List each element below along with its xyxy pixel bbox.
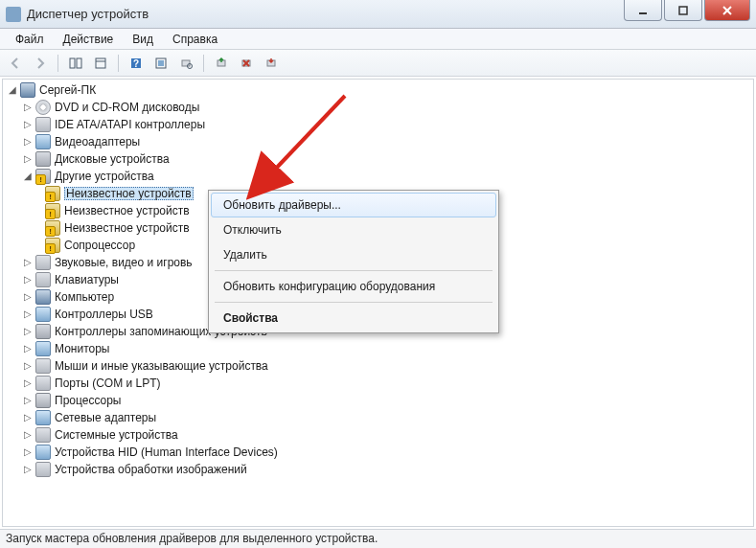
tree-item-label: Видеоадаптеры <box>55 136 140 148</box>
tree-item-hid[interactable]: ▷ Устройства HID (Human Interface Device… <box>7 444 749 461</box>
expand-icon[interactable]: ▷ <box>22 153 34 165</box>
expand-icon[interactable]: ▷ <box>22 274 34 285</box>
svg-rect-5 <box>77 58 81 68</box>
expand-icon[interactable]: ▷ <box>22 102 34 113</box>
keyboard-icon <box>35 272 51 287</box>
disable-button[interactable] <box>260 53 283 74</box>
tree-item-ide[interactable]: ▷ IDE ATA/ATAPI контроллеры <box>7 116 749 133</box>
network-adapter-icon <box>35 410 51 425</box>
menu-file[interactable]: Файл <box>6 31 54 48</box>
tree-item-dvd[interactable]: ▷ DVD и CD-ROM дисководы <box>7 99 749 116</box>
close-button[interactable] <box>704 0 750 21</box>
help-button[interactable]: ? <box>125 53 148 74</box>
scan-button[interactable] <box>149 53 172 74</box>
expand-icon[interactable]: ▷ <box>22 119 34 130</box>
disc-icon <box>35 100 51 115</box>
collapse-icon[interactable]: ◢ <box>22 171 34 182</box>
hid-icon <box>35 445 51 460</box>
statusbar: Запуск мастера обновления драйверов для … <box>0 529 756 548</box>
tree-item-imaging[interactable]: ▷ Устройства обработки изображений <box>7 461 749 478</box>
tree-item-label: Клавиатуры <box>55 274 119 285</box>
toolbar-separator <box>203 55 204 72</box>
uninstall-button[interactable] <box>235 53 258 74</box>
system-device-icon <box>35 427 51 443</box>
menu-view[interactable]: Вид <box>123 31 163 48</box>
ports-icon <box>35 376 51 391</box>
expand-icon[interactable]: ▷ <box>22 257 34 268</box>
expand-icon[interactable]: ▷ <box>22 429 34 441</box>
expand-icon[interactable]: ▷ <box>22 136 34 148</box>
show-hide-tree-button[interactable] <box>64 53 87 74</box>
tree-item-label: DVD и CD-ROM дисководы <box>55 102 199 113</box>
context-delete[interactable]: Удалить <box>211 242 496 267</box>
expand-icon[interactable]: ▷ <box>22 343 34 354</box>
collapse-icon[interactable]: ◢ <box>7 84 18 96</box>
expand-icon[interactable]: ▷ <box>22 360 34 372</box>
menu-action[interactable]: Действие <box>54 31 124 48</box>
display-adapter-icon <box>35 134 51 149</box>
forward-button[interactable] <box>29 53 52 74</box>
tree-item-label: Неизвестное устройств <box>64 205 190 217</box>
svg-rect-11 <box>158 60 164 66</box>
tree-item-network[interactable]: ▷ Сетевые адаптеры <box>7 409 749 426</box>
context-update-drivers[interactable]: Обновить драйверы... <box>211 193 496 217</box>
computer-icon <box>35 289 51 305</box>
tree-item-ports[interactable]: ▷ Порты (COM и LPT) <box>7 375 749 392</box>
tree-item-other[interactable]: ◢ Другие устройства <box>7 168 749 185</box>
back-button[interactable] <box>4 53 27 74</box>
tree-item-disk[interactable]: ▷ Дисковые устройства <box>7 150 749 168</box>
app-icon <box>6 7 21 22</box>
expand-icon[interactable]: ▷ <box>22 377 34 389</box>
window-title: Диспетчер устройств <box>27 7 149 21</box>
expand-icon[interactable]: ▷ <box>22 464 34 475</box>
tree-item-label: Другие устройства <box>55 171 154 182</box>
tree-item-monitors[interactable]: ▷ Мониторы <box>7 340 749 357</box>
expand-icon[interactable]: ▷ <box>22 412 34 423</box>
expand-icon[interactable]: ▷ <box>22 395 34 406</box>
menu-help[interactable]: Справка <box>163 31 227 48</box>
toolbar-separator <box>118 55 119 72</box>
tree-item-label: Устройства обработки изображений <box>55 464 247 475</box>
context-menu-separator <box>215 302 493 303</box>
expand-icon[interactable]: ▷ <box>22 308 34 320</box>
tree-item-mice[interactable]: ▷ Мыши и иные указывающие устройства <box>7 357 749 375</box>
tree-item-system[interactable]: ▷ Системные устройства <box>7 426 749 444</box>
update-driver-button[interactable] <box>210 53 233 74</box>
coprocessor-icon <box>45 238 60 253</box>
tree-root[interactable]: ◢ Сергей-ПК <box>7 81 749 99</box>
disk-icon <box>35 151 51 167</box>
context-properties[interactable]: Свойства <box>211 306 496 331</box>
tree-item-label: Сетевые адаптеры <box>55 412 156 423</box>
context-rescan[interactable]: Обновить конфигурацию оборудования <box>211 274 496 299</box>
svg-rect-4 <box>70 58 75 68</box>
expand-icon[interactable]: ▷ <box>22 326 34 337</box>
maximize-button[interactable] <box>664 0 702 21</box>
tree-item-label: Системные устройства <box>55 429 178 441</box>
scan-hardware-button[interactable] <box>174 53 197 74</box>
toolbar-separator <box>57 55 58 72</box>
context-menu: Обновить драйверы... Отключить Удалить О… <box>208 190 499 333</box>
properties-button[interactable] <box>89 53 112 74</box>
tree-item-label: Сопроцессор <box>64 240 135 251</box>
tree-item-label: Мониторы <box>55 343 109 354</box>
expand-icon[interactable]: ▷ <box>22 291 34 303</box>
statusbar-text: Запуск мастера обновления драйверов для … <box>6 532 378 545</box>
unknown-device-icon <box>45 220 60 236</box>
svg-rect-6 <box>96 58 105 68</box>
tree-item-label: Порты (COM и LPT) <box>55 377 161 389</box>
window-controls <box>624 0 750 21</box>
processor-icon <box>35 393 51 408</box>
minimize-button[interactable] <box>624 0 662 21</box>
tree-item-label: Неизвестное устройств <box>64 187 194 200</box>
unknown-device-icon <box>45 203 60 218</box>
tree-item-label: IDE ATA/ATAPI контроллеры <box>55 119 205 130</box>
expand-icon[interactable]: ▷ <box>22 446 34 458</box>
context-disable[interactable]: Отключить <box>211 217 496 242</box>
unknown-device-icon <box>45 186 60 201</box>
svg-rect-1 <box>679 7 687 14</box>
tree-item-video[interactable]: ▷ Видеоадаптеры <box>7 133 749 150</box>
monitor-icon <box>35 341 51 356</box>
tree-root-label: Сергей-ПК <box>39 84 96 96</box>
tree-item-processors[interactable]: ▷ Процессоры <box>7 392 749 409</box>
controller-icon <box>35 117 51 132</box>
